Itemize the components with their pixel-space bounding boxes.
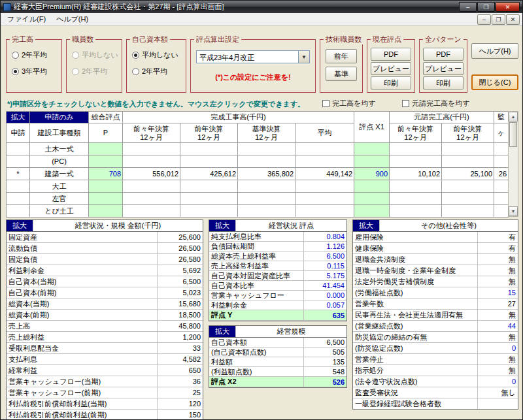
cell-apply-mark[interactable]: [7, 193, 30, 205]
cell-amount-y1[interactable]: [180, 193, 238, 205]
average-prime-sales-checkbox[interactable]: 元請完工高を均す: [402, 99, 470, 108]
radio-option[interactable]: 平均しない: [132, 50, 186, 60]
checkbox-label: 完工高を均す: [332, 99, 376, 108]
social-row: 営業年数 27: [353, 299, 518, 310]
scroll-thumb[interactable]: [509, 122, 517, 147]
row-label: 利益額: [209, 357, 304, 366]
cell-amount-y2[interactable]: [123, 180, 180, 193]
average-sales-checkbox[interactable]: 完工高を均す: [322, 99, 376, 108]
current-output-button[interactable]: PDF: [371, 48, 411, 61]
close-screen-button[interactable]: 閉じる(C): [471, 74, 518, 90]
cell-amount-y2[interactable]: [123, 155, 180, 168]
maximize-icon[interactable]: ❐: [477, 2, 495, 12]
allpattern-output-button[interactable]: 印刷: [423, 76, 464, 89]
mdi-minimize-icon[interactable]: –: [477, 14, 491, 25]
apply-only-button[interactable]: 申請のみ: [30, 112, 89, 123]
scroll-up-icon[interactable]: ▲: [509, 112, 518, 121]
menu-bar: ファイル(F) ヘルプ(H) – ❐ ✕: [1, 13, 522, 26]
expand-status-button[interactable]: 拡大: [209, 220, 235, 231]
social-row: 防災協定の締結の有無 無: [353, 332, 518, 343]
minimize-icon[interactable]: –: [459, 2, 477, 12]
finance-row: 固定負債 26,580: [7, 254, 203, 265]
menu-file[interactable]: ファイル(F): [2, 13, 51, 25]
cell-prime-y2[interactable]: 10,102: [390, 168, 442, 180]
status-row: 自己資本比率 41.454: [209, 281, 346, 291]
social-row: 健康保険 有: [353, 243, 518, 254]
cell-apply-mark[interactable]: *: [7, 168, 30, 180]
cell-amount-base[interactable]: [238, 205, 295, 218]
cell-amount-y1[interactable]: [180, 155, 238, 168]
cell-amount-base[interactable]: 365,802: [238, 168, 295, 180]
cell-apply-mark[interactable]: [7, 143, 30, 155]
table-scrollbar[interactable]: ▲ ▼: [508, 111, 518, 217]
expand-social-button[interactable]: 拡大: [353, 220, 379, 231]
cell-work-type: (PC): [30, 155, 89, 168]
cell-amount-base[interactable]: [238, 193, 295, 205]
engineer-basis-button[interactable]: 前年: [326, 49, 357, 63]
social-row: 民事再生法・会社更生法適用有無 無: [353, 310, 518, 321]
col-x1-score: 評点 X1: [354, 112, 390, 143]
row-label: 支払利息: [7, 354, 158, 364]
close-icon[interactable]: ✕: [496, 2, 520, 12]
cell-amount-y2[interactable]: [123, 193, 180, 205]
allpattern-output-button[interactable]: PDF: [423, 48, 464, 61]
cell-prime-y1[interactable]: [442, 143, 494, 155]
cell-prime-y2[interactable]: [390, 155, 442, 168]
cell-amount-y2[interactable]: [123, 205, 180, 218]
cell-prime-y2[interactable]: [390, 193, 442, 205]
scroll-down-icon[interactable]: ▼: [509, 206, 518, 216]
row-value: 0: [478, 378, 518, 385]
mdi-restore-icon[interactable]: ❐: [492, 14, 505, 25]
row-value: 有: [478, 244, 518, 253]
cell-prime-y2[interactable]: [390, 205, 442, 218]
help-button[interactable]: ヘルプ(H): [471, 43, 518, 59]
cell-prime-y1[interactable]: [442, 155, 494, 168]
cell-amount-y1[interactable]: [180, 143, 238, 155]
cell-amount-y1[interactable]: [180, 205, 238, 218]
row-label: 自己資本額: [209, 338, 304, 347]
cell-amount-y2[interactable]: 556,012: [123, 168, 180, 180]
scale-panel-header: 拡大 経営規模: [209, 326, 346, 338]
radio-option[interactable]: 3年平均: [12, 67, 61, 76]
cell-amount-base[interactable]: [238, 155, 295, 168]
cell-average: [295, 143, 354, 155]
cell-prime-y1[interactable]: [442, 205, 494, 218]
groupbox-equity: 自己資本額 平均しない 2年平均: [126, 39, 186, 93]
cell-prime-y1[interactable]: [442, 180, 494, 193]
cell-apply-mark[interactable]: [7, 155, 30, 168]
table-row: * 建築一式 708 556,012 425,612 365,802 449,1…: [7, 168, 509, 180]
expand-scale-button[interactable]: 拡大: [209, 326, 235, 337]
cell-apply-mark[interactable]: [7, 180, 30, 193]
cell-prime-y2[interactable]: [390, 180, 442, 193]
current-output-button[interactable]: 印刷: [371, 76, 411, 89]
row-label: 営業停止: [353, 354, 478, 364]
selected-standard: 平成23年4月改正: [197, 51, 298, 63]
cell-prime-y1[interactable]: 25,100: [442, 168, 494, 180]
cell-apply-mark[interactable]: [7, 205, 30, 218]
current-output-button[interactable]: プレビュー: [371, 62, 411, 75]
dropdown-arrow-icon[interactable]: ▼: [298, 51, 309, 63]
cell-amount-base[interactable]: [238, 143, 295, 155]
window-title: 経審大臣Premium(R) 経審建設株式会社・第27期 - [評点算出画面]: [14, 2, 456, 12]
row-value: 650: [158, 366, 203, 374]
cell-prime-y2[interactable]: [390, 143, 442, 155]
expand-finance-button[interactable]: 拡大: [7, 220, 33, 231]
engineer-basis-button[interactable]: 基準: [326, 67, 357, 81]
mdi-close-icon[interactable]: ✕: [506, 14, 520, 25]
cell-amount-y2[interactable]: [123, 143, 180, 155]
allpattern-output-button[interactable]: プレビュー: [423, 62, 464, 75]
cell-amount-y1[interactable]: [180, 180, 238, 193]
row-label: 退職金共済制度: [353, 254, 478, 265]
radio-icon: [72, 68, 79, 75]
cell-prime-y1[interactable]: [442, 193, 494, 205]
radio-option[interactable]: 2年平均: [12, 50, 61, 60]
expand-table-button[interactable]: 拡大: [7, 112, 30, 123]
calc-standard-select[interactable]: 平成23年4月改正 ▼: [196, 50, 310, 63]
menu-help[interactable]: ヘルプ(H): [51, 13, 93, 25]
cell-x1-score: [354, 193, 390, 205]
radio-option[interactable]: 2年平均: [132, 67, 186, 76]
radio-group: 2年平均 3年平均: [7, 40, 61, 76]
cell-amount-base[interactable]: [238, 180, 295, 193]
app-icon: [3, 3, 11, 11]
cell-amount-y1[interactable]: 425,612: [180, 168, 238, 180]
